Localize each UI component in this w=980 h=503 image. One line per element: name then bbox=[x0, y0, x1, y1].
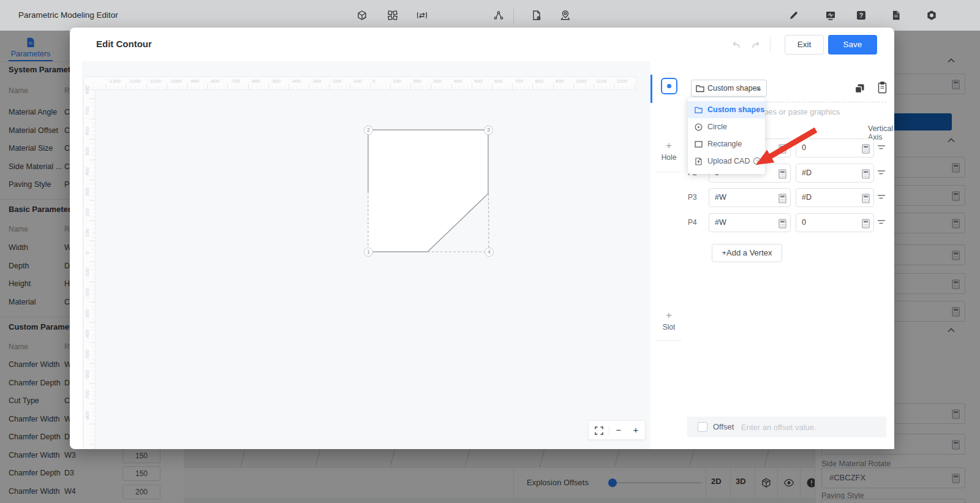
menu-item-label: Upload CAD bbox=[707, 157, 750, 165]
circle-icon bbox=[695, 123, 703, 131]
add-slot-plus-icon[interactable]: + bbox=[650, 309, 687, 322]
zoom-out-button[interactable]: − bbox=[609, 421, 628, 441]
app-screen: Parametric Modeling Editor ? bbox=[0, 0, 980, 503]
zoom-in-button[interactable]: + bbox=[627, 421, 645, 441]
calculator-icon[interactable] bbox=[778, 219, 786, 229]
shape-type-menu: Custom shapesCircleRectangleUpload CAD? bbox=[688, 98, 765, 174]
vertex-P3-vertical-input[interactable]: #D bbox=[796, 188, 874, 207]
constraint-icon[interactable] bbox=[877, 145, 886, 151]
modal-title: Edit Contour bbox=[96, 39, 152, 49]
exit-button[interactable]: Exit bbox=[785, 35, 824, 55]
menu-item-label: Circle bbox=[707, 123, 727, 131]
calculator-icon[interactable] bbox=[862, 194, 870, 203]
top-bar: Parametric Modeling Editor ? bbox=[0, 0, 980, 31]
vertex-P3-horizontal-input[interactable]: #W bbox=[709, 188, 791, 207]
menu-item-label: Custom shapes bbox=[707, 105, 764, 114]
folder-icon bbox=[695, 106, 703, 114]
menu-item-label: Rectangle bbox=[707, 140, 742, 148]
offset-footer: Offset bbox=[687, 417, 886, 437]
upload-cad-icon bbox=[695, 157, 703, 165]
rectangle-icon bbox=[695, 140, 703, 148]
calculator-icon[interactable] bbox=[862, 169, 870, 179]
vertex-marker-2[interactable]: 2 bbox=[364, 126, 373, 135]
menu-item-rectangle[interactable]: Rectangle bbox=[688, 135, 765, 153]
vertex-P2-vertical-input[interactable]: #D bbox=[796, 164, 874, 183]
undo-icon[interactable] bbox=[730, 40, 741, 50]
offset-value-input[interactable] bbox=[741, 419, 879, 435]
vertex-row-label-P4: P4 bbox=[688, 218, 705, 227]
vertex-marker-3[interactable]: 3 bbox=[484, 126, 493, 135]
vertex-row-label-P3: P3 bbox=[688, 193, 705, 202]
copy-icon[interactable] bbox=[854, 83, 865, 94]
menu-item-upload-cad[interactable]: Upload CAD? bbox=[688, 153, 765, 170]
topbar-dim-overlay bbox=[0, 0, 980, 31]
add-slot-button[interactable]: Slot bbox=[650, 323, 687, 331]
redo-icon[interactable] bbox=[751, 40, 762, 50]
edit-contour-modal: Edit Contour Exit Save -1300-1200-1100-1… bbox=[70, 28, 894, 449]
vertex-marker-1[interactable]: 1 bbox=[364, 248, 373, 257]
calculator-icon[interactable] bbox=[862, 219, 870, 229]
shape-type-dropdown[interactable]: Custom shapes bbox=[691, 80, 767, 97]
active-tool-accent bbox=[650, 75, 652, 103]
calculator-icon[interactable] bbox=[862, 144, 870, 154]
offset-label: Offset bbox=[713, 422, 734, 431]
help-circle-icon[interactable]: ? bbox=[753, 157, 761, 165]
shape-tool-column: + Hole + Slot bbox=[650, 61, 687, 449]
svg-text:?: ? bbox=[756, 159, 758, 164]
constraint-icon[interactable] bbox=[877, 219, 886, 225]
vertex-P4-vertical-input[interactable]: 0 bbox=[796, 213, 874, 232]
vertex-P4-horizontal-input[interactable]: #W bbox=[709, 213, 791, 232]
menu-item-circle[interactable]: Circle bbox=[688, 118, 765, 135]
caret-up-icon bbox=[756, 87, 761, 90]
add-hole-plus-icon[interactable]: + bbox=[650, 140, 687, 152]
constraint-icon[interactable] bbox=[877, 170, 886, 176]
canvas-zoom-controls: − + bbox=[588, 420, 646, 440]
shape-type-selected: Custom shapes bbox=[707, 84, 761, 93]
save-button[interactable]: Save bbox=[828, 35, 877, 55]
vertex-marker-4[interactable]: 4 bbox=[484, 248, 494, 257]
calculator-icon[interactable] bbox=[778, 169, 786, 179]
constraint-icon[interactable] bbox=[877, 194, 886, 200]
calculator-icon[interactable] bbox=[778, 144, 786, 154]
menu-item-custom-shapes[interactable]: Custom shapes bbox=[688, 101, 765, 118]
paste-icon[interactable] bbox=[878, 81, 887, 94]
contour-canvas[interactable]: -1300-1200-1100-1000-900-800-700-600-500… bbox=[82, 61, 650, 449]
calculator-icon[interactable] bbox=[778, 194, 786, 203]
fit-screen-icon[interactable] bbox=[590, 421, 608, 441]
offset-checkbox[interactable] bbox=[698, 422, 707, 432]
contour-tool-icon[interactable] bbox=[661, 78, 677, 94]
add-hole-button[interactable]: Hole bbox=[650, 153, 687, 162]
vertex-P1-vertical-input[interactable]: 0 bbox=[796, 138, 874, 157]
add-vertex-button[interactable]: +Add a Vertex bbox=[712, 244, 782, 262]
folder-icon bbox=[696, 85, 704, 93]
